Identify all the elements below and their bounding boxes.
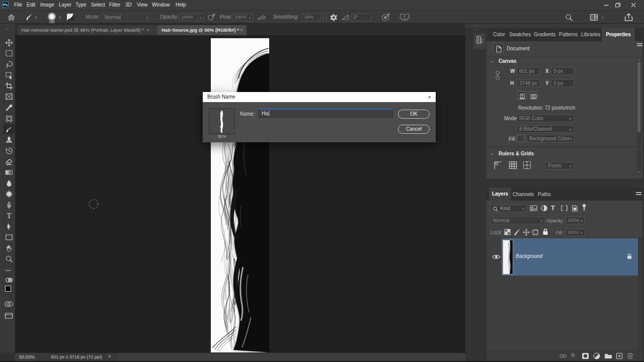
svg-text:T: T [7, 212, 11, 220]
